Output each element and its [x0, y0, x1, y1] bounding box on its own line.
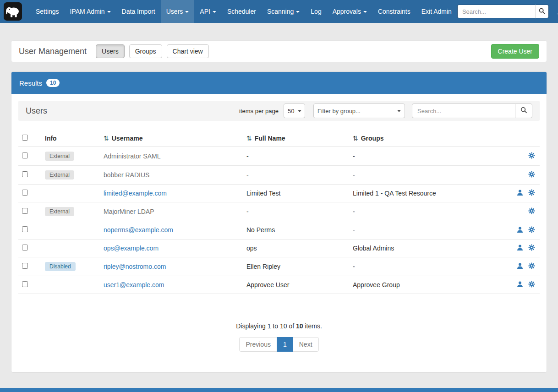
nav-item-label: Scheduler: [227, 8, 256, 15]
chevron-down-icon: [185, 11, 189, 13]
nav-item-settings[interactable]: Settings: [30, 0, 65, 23]
username-text: MajorMiner LDAP: [104, 208, 154, 215]
column-header-actions: [487, 130, 540, 147]
column-header-groups[interactable]: ⇅Groups: [349, 130, 487, 147]
chevron-down-icon: [213, 11, 216, 13]
full-name-cell: No Perms: [243, 221, 349, 239]
info-badge: External: [45, 152, 74, 161]
nav-item-scanning[interactable]: Scanning: [262, 0, 305, 23]
nav-item-log[interactable]: Log: [305, 0, 327, 23]
mammoth-logo[interactable]: [4, 2, 22, 21]
user-icon[interactable]: [517, 262, 523, 271]
nav-item-label: Constraints: [378, 8, 410, 15]
chevron-down-icon: [363, 11, 367, 13]
results-panel: Results 10 Users items per page 50 Filte…: [11, 71, 547, 373]
row-checkbox[interactable]: [22, 226, 28, 232]
username-link[interactable]: noperms@example.com: [104, 226, 173, 234]
pagination-next-button[interactable]: Next: [293, 337, 319, 352]
view-button-chart-view[interactable]: Chart view: [167, 44, 209, 58]
navbar-right: [457, 5, 558, 18]
filter-by-group-select[interactable]: Filter by group...: [313, 103, 405, 118]
account-menu[interactable]: [554, 7, 558, 16]
nav-item-approvals[interactable]: Approvals: [327, 0, 372, 23]
top-navbar: SettingsIPAM AdminData ImportUsersAPISch…: [0, 0, 558, 23]
chevron-down-icon: [298, 110, 301, 112]
column-header-info: Info: [41, 130, 100, 147]
gear-icon[interactable]: [528, 207, 535, 216]
full-name-cell: Approvee User: [243, 276, 349, 294]
row-checkbox[interactable]: [22, 171, 28, 177]
full-name-cell: ops: [243, 239, 349, 257]
groups-cell: Limited 1 - QA Test Resource: [349, 185, 487, 202]
username-link[interactable]: user1@example.com: [104, 281, 164, 289]
items-per-page-value: 50: [288, 108, 294, 114]
select-all-checkbox[interactable]: [22, 135, 28, 141]
table-row: Disabledripley@nostromo.comEllen Ripley-: [18, 257, 540, 276]
chevron-down-icon: [397, 110, 401, 112]
table-row: noperms@example.comNo Perms-: [18, 221, 540, 239]
users-table: Info ⇅Username ⇅Full Name ⇅Groups: [18, 130, 540, 294]
pagination-previous-button[interactable]: Previous: [239, 337, 277, 352]
table-search-button[interactable]: [515, 103, 532, 118]
username-link[interactable]: ripley@nostromo.com: [104, 263, 166, 270]
gear-icon[interactable]: [528, 281, 535, 289]
page-content: User Management Users Groups Chart view …: [0, 23, 558, 373]
table-row: user1@example.comApprovee UserApprovee G…: [18, 276, 540, 294]
gear-icon[interactable]: [528, 262, 535, 271]
info-badge: External: [45, 207, 74, 216]
row-checkbox[interactable]: [22, 152, 28, 158]
nav-item-label: Settings: [36, 8, 59, 15]
pagination: Previous 1 Next: [18, 337, 540, 352]
row-checkbox[interactable]: [22, 263, 28, 269]
nav-item-label: Data Import: [122, 8, 155, 15]
sort-icon: ⇅: [353, 135, 358, 142]
row-checkbox[interactable]: [22, 245, 28, 250]
view-button-groups[interactable]: Groups: [129, 44, 162, 58]
nav-item-label: API: [200, 8, 210, 15]
groups-cell: -: [349, 166, 487, 185]
groups-cell: -: [349, 147, 487, 166]
gear-icon[interactable]: [528, 189, 535, 197]
mammoth-logo-icon: [4, 2, 22, 21]
gear-icon[interactable]: [528, 152, 535, 160]
nav-item-users[interactable]: Users: [161, 0, 195, 23]
user-icon[interactable]: [517, 226, 523, 234]
user-icon[interactable]: [517, 281, 523, 289]
nav-item-constraints[interactable]: Constraints: [372, 0, 416, 23]
user-icon[interactable]: [517, 244, 523, 252]
sort-icon: ⇅: [246, 135, 252, 142]
pagination-page-1-button[interactable]: 1: [277, 337, 293, 352]
items-per-page-select[interactable]: 50: [284, 103, 305, 118]
user-icon[interactable]: [517, 189, 523, 197]
groups-cell: Global Admins: [349, 239, 487, 257]
gear-icon[interactable]: [528, 226, 535, 234]
gear-icon[interactable]: [528, 244, 535, 252]
nav-item-ipam-admin[interactable]: IPAM Admin: [65, 0, 116, 23]
info-badge: Disabled: [45, 262, 76, 271]
username-link[interactable]: ops@example.com: [104, 245, 159, 252]
username-link[interactable]: limited@example.com: [104, 190, 167, 197]
toolbar-controls: items per page 50 Filter by group...: [239, 103, 532, 118]
nav-item-api[interactable]: API: [194, 0, 222, 23]
create-user-button[interactable]: Create User: [491, 44, 539, 59]
nav-item-exit-admin[interactable]: Exit Admin: [416, 0, 457, 23]
navbar-menu: SettingsIPAM AdminData ImportUsersAPISch…: [30, 0, 457, 23]
row-checkbox[interactable]: [22, 281, 28, 287]
table-search-group: [412, 103, 532, 118]
row-checkbox[interactable]: [22, 190, 28, 196]
navbar-search-button[interactable]: [535, 5, 549, 18]
column-header-username[interactable]: ⇅Username: [100, 130, 243, 147]
nav-item-data-import[interactable]: Data Import: [116, 0, 161, 23]
view-button-users[interactable]: Users: [96, 44, 125, 58]
users-toolbar: Users items per page 50 Filter by group.…: [18, 101, 540, 121]
table-search-input[interactable]: [412, 103, 515, 118]
gear-icon[interactable]: [528, 171, 535, 179]
row-checkbox[interactable]: [22, 208, 28, 214]
groups-cell: -: [349, 202, 487, 221]
navbar-search-input[interactable]: [457, 5, 535, 18]
column-header-full-name[interactable]: ⇅Full Name: [243, 130, 349, 147]
total-items-count: 10: [296, 322, 303, 330]
view-switcher: Users Groups Chart view: [96, 44, 209, 58]
table-row: limited@example.comLimited TestLimited 1…: [18, 185, 540, 202]
nav-item-scheduler[interactable]: Scheduler: [222, 0, 262, 23]
